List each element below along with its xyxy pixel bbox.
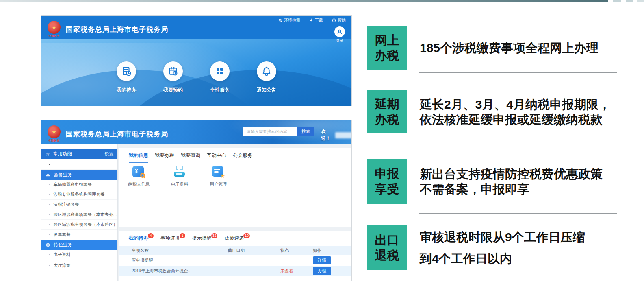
portal-title: 国家税务总局上海市电子税务局 [66, 25, 168, 34]
help-link[interactable]: ? 帮助 [332, 17, 346, 23]
star-icon: ☆ [46, 152, 50, 157]
shortcut-label: 电子资料 [171, 181, 188, 187]
shortcut-label: 纳税人信息 [128, 181, 150, 187]
search-input[interactable] [243, 127, 297, 136]
shortcut-user-management[interactable]: 用户管理 [202, 165, 234, 187]
handle-button[interactable]: 办理 [313, 267, 331, 275]
env-check-link[interactable]: 环境检测 [278, 17, 300, 23]
feature-tag: 申报 享受 [367, 159, 407, 204]
download-link[interactable]: 下载 [309, 17, 323, 23]
shortcut-e-materials[interactable]: 电子资料 [163, 165, 196, 187]
shortcut-label: 用户管理 [210, 181, 227, 187]
quick-action-label: 通知公告 [257, 87, 276, 94]
emblem-icon [48, 21, 61, 34]
welcome-label: 欢迎！ [321, 128, 334, 142]
personal-services-grid-icon [210, 61, 230, 81]
main-tabs: 我的信息 我要办税 我要查询 互动中心 公众服务 [119, 148, 351, 163]
feature-description: 185个涉税缴费事项全程网上办理 [420, 40, 618, 55]
tax-portal-dashboard-screenshot: 中国税务 国家税务总局上海市电子税务局 搜索 欢迎！ ☆ 常用功能 设置 - [41, 120, 352, 281]
tab-interaction-center[interactable]: 互动中心 [207, 152, 226, 162]
sidebar-item-e-materials[interactable]: 电子资料 [41, 250, 117, 261]
sidebar-section-package-services[interactable]: 套餐业务 [41, 170, 117, 180]
tab-reminders[interactable]: 提示提醒32 [192, 235, 218, 245]
logo-caption: 中国税务 [48, 139, 60, 142]
sidebar-item-label: 发票套餐 [54, 232, 71, 238]
quick-action-appointment[interactable]: 我要预约 [163, 61, 183, 94]
download-icon [309, 18, 313, 22]
tab-my-todo[interactable]: 我的待办4 [129, 235, 154, 245]
my-info-panel: 我的信息 我要办税 我要查询 互动中心 公众服务 纳税人信息 [119, 148, 351, 227]
dashboard-body: ☆ 常用功能 设置 - 套餐业务 车辆购置税申报套餐 涉税专业服务机构管理套餐 … [41, 144, 351, 281]
settings-link[interactable]: 设置 [105, 151, 113, 157]
tab-policy-express[interactable]: 政策速递10 [224, 235, 250, 245]
feature-description: 延长2月、3月、4月纳税申报期限， 依法核准延缓申报或延缓缴纳税款 [420, 97, 618, 127]
sidebar-section-common-functions[interactable]: ☆ 常用功能 设置 [41, 149, 117, 159]
sidebar-item-hall-traffic[interactable]: 大厅流量 [41, 260, 117, 271]
sidebar-item-label: 清税注销套餐 [54, 202, 79, 208]
national-emblem-logo: 中国税务 [46, 21, 62, 38]
tab-tax-handling[interactable]: 我要办税 [155, 152, 174, 162]
sidebar-item-tax-agency[interactable]: 涉税专业服务机构管理套餐 [41, 190, 117, 200]
e-materials-icon [173, 165, 186, 179]
sidebar-item-vehicle-tax[interactable]: 车辆购置税申报套餐 [41, 180, 117, 190]
tab-inquiry[interactable]: 我要查询 [181, 152, 200, 162]
feature-divider [419, 144, 617, 144]
feature-online-tax: 网上 办税 185个涉税缴费事项全程网上办理 [367, 26, 618, 70]
tab-item-progress[interactable]: 事项进度1 [160, 235, 186, 245]
policy-badge: 10 [243, 233, 249, 238]
sidebar-section-label: 套餐业务 [54, 172, 72, 178]
sidebar-item-label: - [49, 162, 50, 166]
shortcut-row: 纳税人信息 电子资料 用户管理 [119, 165, 351, 193]
todo-document-icon [117, 61, 136, 81]
tab-public-services[interactable]: 公众服务 [233, 152, 252, 162]
feature-declare-enjoy: 申报 享受 新出台支持疫情防控税费优惠政策 不需备案，申报即享 [367, 159, 618, 204]
todo-item-name: 2019年上海市税收营商环境企... [119, 268, 228, 274]
sidebar-item-label: 电子资料 [54, 252, 71, 258]
sidebar-item-label: 车辆购置税申报套餐 [54, 182, 92, 188]
help-label: 帮助 [338, 17, 346, 23]
col-deadline: 截止日期 [228, 248, 280, 254]
todo-panel: 我的待办4 事项进度1 提示提醒32 政策速递10 事项名称 截止日期 状态 操… [119, 231, 351, 281]
sidebar-item-tax-cancellation[interactable]: 清税注销套餐 [41, 200, 117, 210]
env-check-icon [278, 18, 282, 22]
quick-action-notices[interactable]: 通知公告 [257, 61, 276, 94]
sidebar-item-cross-region-out[interactable]: 跨区域涉税事项套餐（本市去外... [41, 210, 117, 220]
portal-top-links: 环境检测 下载 ? 帮助 [278, 17, 346, 23]
emblem-icon [48, 125, 61, 138]
quick-action-personal-services[interactable]: 个性服务 [210, 61, 230, 94]
sidebar-item-label: 跨区域涉税事项套餐（本市跨区） [54, 222, 118, 227]
shortcut-taxpayer-info[interactable]: 纳税人信息 [123, 165, 155, 187]
quick-action-my-todo[interactable]: 我的待办 [117, 61, 136, 94]
sidebar-item-label: 跨区域涉税事项套餐（本市去外... [54, 212, 117, 218]
table-header-row: 事项名称 截止日期 状态 操作 [119, 246, 351, 255]
table-row: 应申报提醒 详情 [119, 255, 351, 266]
feature-divider [419, 72, 617, 73]
progress-badge: 1 [180, 233, 185, 238]
sidebar-item-cross-region-in[interactable]: 跨区域涉税事项套餐（本市跨区） [41, 220, 117, 230]
sidebar-section-featured-services[interactable]: 特色业务 [41, 240, 117, 250]
tax-portal-home-screenshot: 中国税务 国家税务总局上海市电子税务局 环境检测 下载 ? 帮助 登录 [41, 15, 352, 106]
sidebar-item-empty: - [41, 159, 117, 170]
portal-brand: 中国税务 国家税务总局上海市电子税务局 [46, 21, 168, 38]
sidebar-item-label: 涉税专业服务机构管理套餐 [54, 192, 105, 197]
top-strip-segment [626, 0, 633, 2]
table-row: 2019年上海市税收营商环境企... 未查看 办理 [119, 266, 351, 276]
feature-description: 新出台支持疫情防控税费优惠政策 不需备案，申报即享 [420, 166, 618, 197]
dashboard-title: 国家税务总局上海市电子税务局 [66, 129, 168, 139]
appointment-calendar-icon [163, 61, 183, 81]
feature-list: 网上 办税 185个涉税缴费事项全程网上办理 延期 办税 延长2月、3月、4月纳… [367, 0, 620, 306]
sidebar: ☆ 常用功能 设置 - 套餐业务 车辆购置税申报套餐 涉税专业服务机构管理套餐 … [41, 144, 118, 281]
feature-tag: 网上 办税 [367, 26, 407, 70]
feature-tag: 出口 退税 [367, 225, 407, 270]
sidebar-item-invoice-package[interactable]: 发票套餐 [41, 230, 117, 240]
tab-my-info[interactable]: 我的信息 [129, 152, 148, 163]
help-icon: ? [332, 18, 336, 22]
taxpayer-info-icon [132, 165, 146, 179]
svg-text:?: ? [333, 19, 334, 22]
dish-icon [46, 173, 50, 177]
feature-divider [419, 213, 617, 214]
detail-button[interactable]: 详情 [313, 256, 331, 264]
search-button[interactable]: 搜索 [297, 127, 314, 136]
login-entry[interactable]: 登录 [334, 26, 345, 43]
redacted-username [335, 132, 352, 138]
